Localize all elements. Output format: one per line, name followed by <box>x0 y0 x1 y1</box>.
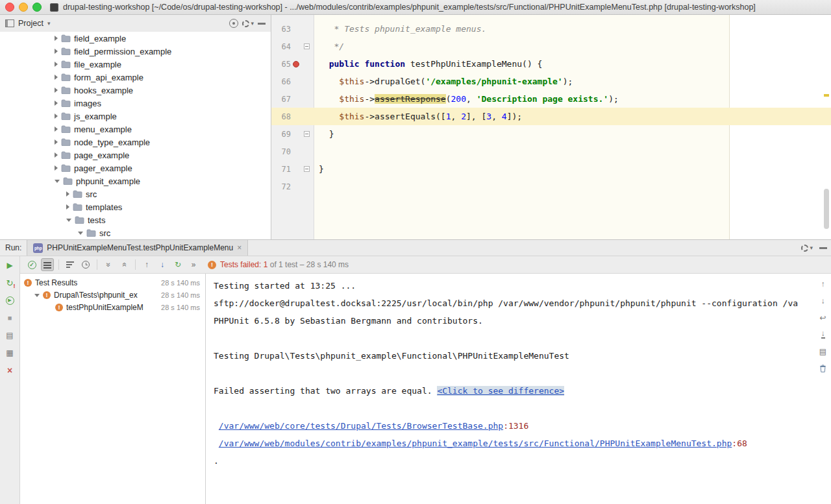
chevron-right-icon[interactable] <box>55 114 58 119</box>
show-passed-button[interactable]: ✓ <box>25 258 38 271</box>
rerun-failed-tests-button[interactable]: ↻! <box>5 278 15 288</box>
more-actions-button[interactable]: » <box>187 258 200 271</box>
console-text: Testing started at 13:25 ... <box>214 281 356 291</box>
code-line[interactable]: 64 */ <box>271 38 831 55</box>
project-tree-item[interactable]: pager_example <box>0 162 271 174</box>
code-line[interactable]: 67 $this->assertResponse(200, 'Descripti… <box>271 90 831 108</box>
project-tree-item[interactable]: hooks_example <box>0 84 271 97</box>
chevron-right-icon[interactable] <box>55 62 58 67</box>
project-tree-item[interactable]: tests <box>0 213 271 226</box>
toggle-auto-test-button[interactable]: ▶ <box>5 295 15 306</box>
project-tree-item[interactable]: templates <box>0 200 271 213</box>
hide-panel-icon[interactable] <box>258 23 266 25</box>
chevron-right-icon[interactable] <box>55 152 58 158</box>
editor-scrollbar-thumb[interactable] <box>824 189 829 229</box>
project-tree-item[interactable]: page_example <box>0 149 271 162</box>
stack-trace-link[interactable]: /var/www/web/core/tests/Drupal/Tests/Bro… <box>219 421 503 431</box>
test-tree-item[interactable]: !Drupal\Tests\phpunit_ex28 s 140 ms <box>20 289 205 301</box>
fold-marker-icon[interactable] <box>304 166 310 172</box>
close-window-button[interactable] <box>5 3 14 12</box>
chevron-right-icon[interactable] <box>66 191 69 197</box>
chevron-right-icon[interactable] <box>55 49 58 54</box>
hide-panel-icon[interactable] <box>819 247 827 249</box>
project-panel-title[interactable]: Project <box>18 19 43 28</box>
chevron-right-icon[interactable] <box>55 126 58 132</box>
test-tree-item[interactable]: !testPhpUnitExampleM28 s 140 ms <box>20 301 205 313</box>
previous-failed-test-button[interactable]: ↑ <box>140 258 153 271</box>
project-tree-item[interactable]: field_example <box>0 32 271 45</box>
up-stack-trace-button[interactable]: ↑ <box>818 279 828 289</box>
select-opened-file-icon[interactable] <box>229 19 238 28</box>
project-tree-item[interactable]: phpunit_example <box>0 174 271 187</box>
chevron-down-icon[interactable] <box>78 232 83 235</box>
zoom-window-button[interactable] <box>32 3 42 12</box>
project-tree-item[interactable]: src <box>0 187 271 200</box>
project-tree-item[interactable]: field_permission_example <box>0 45 271 58</box>
code-text: $this->drupalGet('/examples/phpunit-exam… <box>314 73 831 90</box>
code-line[interactable]: 65 public function testPhpUnitExampleMen… <box>271 55 831 73</box>
stop-button[interactable]: ■ <box>5 313 15 323</box>
chevron-right-icon[interactable] <box>55 75 58 80</box>
see-difference-link[interactable]: <Click to see difference> <box>437 386 564 396</box>
down-stack-trace-button[interactable]: ↓ <box>818 296 828 306</box>
chevron-down-icon[interactable] <box>34 294 40 297</box>
project-settings-button[interactable]: ▾ <box>242 20 254 27</box>
chevron-right-icon[interactable] <box>55 101 58 106</box>
chevron-down-icon[interactable] <box>66 219 71 222</box>
project-tree-item[interactable]: node_type_example <box>0 136 271 149</box>
collapse-all-button[interactable]: » <box>118 258 130 271</box>
code-line[interactable]: 63 * Tests phpunit_example menus. <box>271 20 831 38</box>
folder-icon <box>73 190 82 198</box>
expand-all-button[interactable]: » <box>102 258 115 271</box>
run-tab[interactable]: php PHPUnitExampleMenuTest.testPhpUnitEx… <box>27 240 248 256</box>
chevron-right-icon[interactable] <box>55 139 58 145</box>
code-line[interactable]: 70 <box>271 143 831 160</box>
project-tree-item[interactable]: menu_example <box>0 123 271 136</box>
sort-by-duration-button[interactable] <box>79 258 92 271</box>
project-tree-item[interactable]: file_example <box>0 58 271 71</box>
project-tree-item[interactable]: images <box>0 97 271 110</box>
next-failed-test-button[interactable]: ↓ <box>156 258 169 271</box>
soft-wrap-button[interactable]: ↩ <box>818 313 828 322</box>
restore-layout-button[interactable]: ▤ <box>5 330 15 341</box>
code-line[interactable]: 68 $this->assertEquals([1, 2], [3, 4]); <box>271 108 831 125</box>
minimize-window-button[interactable] <box>19 3 28 12</box>
rerun-button[interactable]: ▶ <box>5 260 15 270</box>
code-line[interactable]: 69 } <box>271 125 831 143</box>
console-line: . <box>214 452 809 470</box>
project-tree-item[interactable]: form_api_example <box>0 71 271 84</box>
fold-marker-icon[interactable] <box>304 131 310 137</box>
code-line[interactable]: 66 $this->drupalGet('/examples/phpunit-e… <box>271 73 831 90</box>
test-duration: 28 s 140 ms <box>161 304 200 311</box>
print-button[interactable]: ▤ <box>818 346 828 356</box>
test-failed-gutter-icon[interactable] <box>293 61 299 67</box>
chevron-right-icon[interactable] <box>55 88 58 93</box>
project-tree-item[interactable]: src <box>0 226 271 239</box>
chevron-right-icon[interactable] <box>66 204 69 210</box>
stack-trace-link[interactable]: /var/www/web/modules/contrib/examples/ph… <box>219 438 732 448</box>
fold-marker-icon[interactable] <box>304 43 310 49</box>
chevron-right-icon[interactable] <box>55 165 58 171</box>
code-line[interactable]: 72 <box>271 178 831 195</box>
chevron-down-icon[interactable]: ▾ <box>47 20 51 27</box>
editor[interactable]: 63 * Tests phpunit_example menus.64 */65… <box>271 15 831 239</box>
console-line <box>214 365 809 382</box>
line-number: 70 <box>271 147 291 156</box>
code-line[interactable]: 71} <box>271 160 831 178</box>
show-output-button[interactable] <box>41 258 54 271</box>
warning-stripe-mark[interactable] <box>824 94 829 97</box>
chevron-right-icon[interactable] <box>55 36 58 41</box>
clear-console-button[interactable] <box>818 363 828 373</box>
console-output[interactable]: Testing started at 13:25 ...sftp://docke… <box>206 274 831 504</box>
test-history-button[interactable]: ↻ <box>171 258 184 271</box>
test-tree-item[interactable]: !Test Results28 s 140 ms <box>20 276 205 289</box>
chevron-down-icon[interactable] <box>55 180 60 183</box>
pin-tab-button[interactable]: ▦ <box>5 348 15 358</box>
close-run-window-button[interactable]: × <box>5 365 15 376</box>
sort-alphabetically-button[interactable] <box>64 258 77 271</box>
project-tree-item[interactable]: js_example <box>0 110 271 123</box>
scroll-to-end-button[interactable]: ↓ <box>818 330 828 339</box>
close-tab-icon[interactable]: × <box>237 244 242 252</box>
console-line: PHPUnit 6.5.8 by Sebastian Bergmann and … <box>214 312 809 330</box>
run-settings-button[interactable]: ▾ <box>801 245 813 252</box>
